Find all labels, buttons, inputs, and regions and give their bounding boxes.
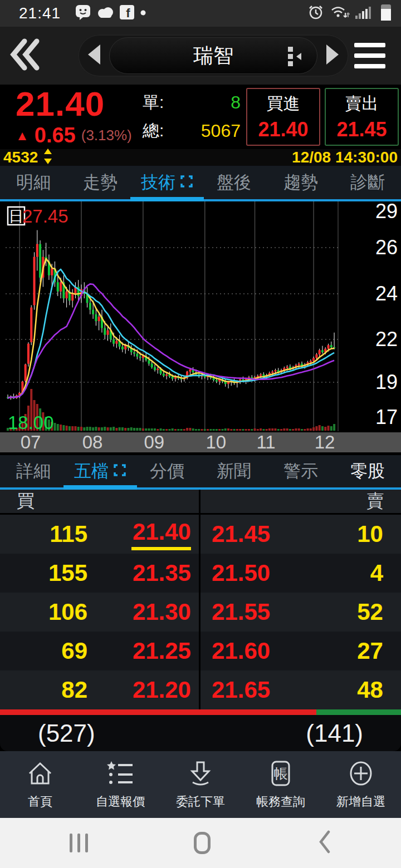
android-home-button[interactable] (194, 832, 211, 854)
single-volume-value: 8 (231, 92, 241, 113)
tab-alerts[interactable]: 警示 (267, 455, 334, 487)
expand-icon[interactable] (180, 172, 193, 193)
ask-ratio (316, 709, 401, 715)
next-stock-icon[interactable] (323, 42, 342, 69)
bid-cell[interactable]: 15521.35 (0, 554, 200, 593)
order-book-row: 10621.30 21.5552 (0, 593, 401, 632)
bid-cell[interactable]: 8221.20 (0, 670, 200, 709)
collapse-back-icon[interactable] (8, 34, 43, 77)
back-button[interactable] (316, 830, 332, 856)
ask-header: 賣 (366, 489, 384, 514)
tab-afterhours[interactable]: 盤後 (200, 166, 267, 199)
svg-text:29: 29 (375, 201, 398, 223)
download-arrow-icon (186, 759, 215, 790)
last-price: 21.40 (16, 86, 143, 122)
price-change: 0.65 (35, 124, 76, 147)
signal-strength-icon (355, 4, 374, 22)
single-volume-label: 單: (143, 91, 164, 114)
stock-list-icon[interactable] (286, 46, 305, 70)
watchlist-icon (106, 759, 135, 790)
stock-name: 瑞智 (193, 42, 233, 70)
menu-icon[interactable] (354, 43, 385, 68)
tab-details[interactable]: 明細 (0, 166, 67, 199)
stock-name-button[interactable]: 瑞智 (109, 37, 317, 74)
svg-text:日: 日 (9, 208, 24, 225)
bid-cell[interactable]: 6921.25 (0, 632, 200, 670)
bid-ratio (0, 709, 316, 715)
android-navigation-bar (0, 818, 401, 868)
bid-cell[interactable]: 11521.40 (0, 515, 200, 554)
svg-text:f: f (126, 6, 130, 19)
ask-cell[interactable]: 21.6548 (200, 670, 401, 709)
quote-datetime: 12/08 14:30:00 (292, 149, 398, 166)
ask-cell[interactable]: 21.5552 (200, 593, 401, 632)
tab-momentum[interactable]: 趨勢 (267, 166, 334, 199)
nav-home[interactable]: 首頁 (0, 751, 80, 818)
tab-technical[interactable]: 技術 (134, 166, 200, 199)
tab-news[interactable]: 新聞 (200, 455, 267, 487)
order-book-row: 11521.40 21.4510 (0, 515, 401, 554)
svg-text:19: 19 (375, 371, 398, 393)
facebook-icon: f (120, 5, 134, 22)
total-volume-value: 5067 (201, 121, 241, 141)
bid-cell[interactable]: 10621.30 (0, 593, 200, 632)
updown-arrows-icon (42, 148, 53, 167)
svg-text:10: 10 (206, 432, 226, 452)
chat-notification-icon (75, 4, 91, 23)
tab-diagnosis[interactable]: 診斷 (334, 166, 401, 199)
nav-watchlist[interactable]: 自選報價 (80, 751, 160, 818)
add-icon (346, 759, 375, 790)
bid-header: 買 (17, 489, 35, 514)
tab-detail[interactable]: 詳細 (0, 455, 67, 487)
stock-code: 4532 (3, 149, 38, 166)
ask-cell[interactable]: 21.4510 (200, 515, 401, 554)
home-icon (26, 759, 55, 790)
battery-icon (380, 3, 392, 24)
stock-selector: 瑞智 (78, 34, 349, 77)
svg-text:帳: 帳 (274, 766, 288, 781)
svg-text:08: 08 (82, 432, 103, 452)
bid-ask-ratio-bar (0, 709, 401, 715)
nav-add-watchlist[interactable]: 新增自選 (321, 751, 401, 818)
total-volume-label: 總: (143, 120, 164, 142)
info-bar: 4532 12/08 14:30:00 (0, 149, 401, 166)
tab-odd-lot[interactable]: 零股 (334, 455, 401, 487)
tab-five-levels[interactable]: 五檔 (67, 455, 134, 487)
up-triangle-icon: ▲ (16, 128, 29, 144)
prev-stock-icon[interactable] (85, 42, 104, 69)
ask-cell[interactable]: 21.504 (200, 554, 401, 593)
cloud-icon (96, 6, 114, 21)
expand-icon[interactable] (113, 461, 126, 481)
svg-text:17: 17 (375, 406, 398, 428)
nav-place-order[interactable]: 委託下單 (160, 751, 241, 818)
ask-total: (141) (306, 719, 363, 747)
tab-trend[interactable]: 走勢 (67, 166, 134, 199)
svg-text:18.00: 18.00 (8, 412, 54, 433)
buy-button[interactable]: 買進 21.40 (246, 88, 320, 146)
ask-cell[interactable]: 21.6027 (200, 632, 401, 670)
bid-total: (527) (38, 719, 95, 747)
svg-text:22: 22 (375, 328, 398, 351)
svg-text:12: 12 (315, 432, 335, 452)
clock-time: 21:41 (19, 4, 61, 22)
order-book-row: 6921.25 21.6027 (0, 632, 401, 670)
dot-notification-icon (140, 8, 146, 18)
status-bar: 21:41 f (0, 0, 401, 27)
nav-account-inquiry[interactable]: 帳 帳務查詢 (241, 751, 321, 818)
best-bid-price: 21.40 (131, 519, 191, 550)
svg-text:26: 26 (375, 236, 398, 259)
main-tab-bar: 明細 走勢 技術 盤後 趨勢 診斷 (0, 166, 401, 201)
svg-text:11: 11 (256, 432, 275, 452)
candlestick-chart[interactable]: 070809101112292624221917日27.4518.00 (0, 201, 401, 452)
svg-text:07: 07 (21, 432, 41, 452)
sell-button[interactable]: 賣出 21.45 (325, 88, 399, 146)
tab-price-dist[interactable]: 分價 (134, 455, 200, 487)
price-change-percent: (3.13%) (81, 127, 132, 144)
sub-tab-bar: 詳細 五檔 分價 新聞 警示 零股 (0, 455, 401, 490)
recents-button[interactable] (70, 834, 88, 852)
active-tab-indicator (130, 197, 204, 201)
order-book: 買 賣 11521.40 21.4510 15521.35 21.504 106… (0, 490, 401, 751)
alarm-icon (307, 4, 324, 23)
svg-text:09: 09 (144, 432, 165, 452)
active-tab-indicator (63, 485, 137, 490)
